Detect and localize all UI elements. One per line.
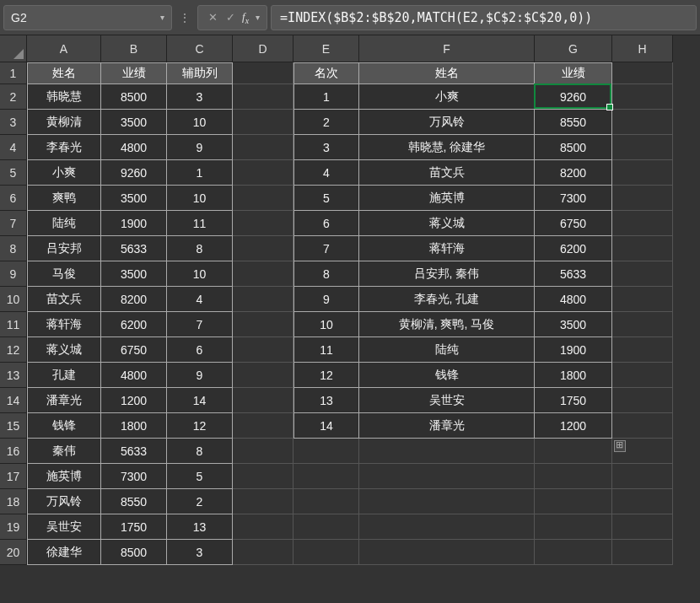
col-header-E[interactable]: E bbox=[293, 35, 359, 62]
cell-H8[interactable] bbox=[612, 236, 673, 261]
row-header-9[interactable]: 9 bbox=[0, 261, 27, 287]
cell-G15[interactable]: 1200 bbox=[535, 413, 612, 439]
cell-H4[interactable] bbox=[612, 135, 673, 160]
cell-C1[interactable]: 辅助列 bbox=[167, 62, 233, 84]
cell-H5[interactable] bbox=[612, 160, 673, 186]
cell-F16[interactable] bbox=[359, 439, 535, 464]
cell-G3[interactable]: 8550 bbox=[535, 110, 612, 135]
cell-B12[interactable]: 6750 bbox=[101, 337, 167, 363]
cell-B6[interactable]: 3500 bbox=[101, 186, 167, 211]
cell-E14[interactable]: 13 bbox=[293, 388, 359, 413]
cell-G14[interactable]: 1750 bbox=[535, 388, 612, 413]
cell-E6[interactable]: 5 bbox=[293, 186, 359, 211]
cell-H17[interactable] bbox=[612, 464, 673, 489]
cell-G18[interactable] bbox=[535, 489, 612, 514]
cell-E20[interactable] bbox=[293, 540, 359, 565]
col-header-A[interactable]: A bbox=[27, 35, 101, 62]
cell-D11[interactable] bbox=[233, 312, 293, 337]
row-header-18[interactable]: 18 bbox=[0, 489, 27, 514]
cell-D20[interactable] bbox=[233, 540, 293, 565]
cell-B19[interactable]: 1750 bbox=[101, 514, 167, 540]
cell-B3[interactable]: 3500 bbox=[101, 110, 167, 135]
autofill-options-icon[interactable] bbox=[614, 440, 626, 452]
cell-F9[interactable]: 吕安邦, 秦伟 bbox=[359, 261, 535, 287]
cell-A3[interactable]: 黄柳清 bbox=[27, 110, 101, 135]
cell-D12[interactable] bbox=[233, 337, 293, 363]
cell-E11[interactable]: 10 bbox=[293, 312, 359, 337]
cell-G4[interactable]: 8500 bbox=[535, 135, 612, 160]
cell-A15[interactable]: 钱锋 bbox=[27, 413, 101, 439]
chevron-down-icon[interactable]: ▾ bbox=[160, 13, 164, 22]
cell-A18[interactable]: 万风铃 bbox=[27, 489, 101, 514]
row-header-2[interactable]: 2 bbox=[0, 84, 27, 110]
cell-A9[interactable]: 马俊 bbox=[27, 261, 101, 287]
cell-F20[interactable] bbox=[359, 540, 535, 565]
cell-F10[interactable]: 李春光, 孔建 bbox=[359, 287, 535, 312]
cell-D3[interactable] bbox=[233, 110, 293, 135]
row-header-10[interactable]: 10 bbox=[0, 287, 27, 312]
cell-E17[interactable] bbox=[293, 464, 359, 489]
cell-A2[interactable]: 韩晓慧 bbox=[27, 84, 101, 110]
cell-D9[interactable] bbox=[233, 261, 293, 287]
cell-D1[interactable] bbox=[233, 62, 293, 84]
select-all-triangle[interactable] bbox=[0, 35, 27, 62]
cell-E5[interactable]: 4 bbox=[293, 160, 359, 186]
cell-B9[interactable]: 3500 bbox=[101, 261, 167, 287]
cell-B10[interactable]: 8200 bbox=[101, 287, 167, 312]
cell-C20[interactable]: 3 bbox=[167, 540, 233, 565]
row-header-11[interactable]: 11 bbox=[0, 312, 27, 337]
cell-E3[interactable]: 2 bbox=[293, 110, 359, 135]
cell-H3[interactable] bbox=[612, 110, 673, 135]
cell-G11[interactable]: 3500 bbox=[535, 312, 612, 337]
cell-C17[interactable]: 5 bbox=[167, 464, 233, 489]
cell-A10[interactable]: 苗文兵 bbox=[27, 287, 101, 312]
row-header-12[interactable]: 12 bbox=[0, 337, 27, 363]
cell-F8[interactable]: 蒋轩海 bbox=[359, 236, 535, 261]
cell-G9[interactable]: 5633 bbox=[535, 261, 612, 287]
cell-C3[interactable]: 10 bbox=[167, 110, 233, 135]
cell-F4[interactable]: 韩晓慧, 徐建华 bbox=[359, 135, 535, 160]
cell-H13[interactable] bbox=[612, 363, 673, 388]
cell-F13[interactable]: 钱锋 bbox=[359, 363, 535, 388]
cell-F1[interactable]: 姓名 bbox=[359, 62, 535, 84]
row-header-15[interactable]: 15 bbox=[0, 413, 27, 439]
row-header-1[interactable]: 1 bbox=[0, 62, 27, 84]
cell-G6[interactable]: 7300 bbox=[535, 186, 612, 211]
cell-C9[interactable]: 10 bbox=[167, 261, 233, 287]
cell-D14[interactable] bbox=[233, 388, 293, 413]
cell-C13[interactable]: 9 bbox=[167, 363, 233, 388]
cell-C8[interactable]: 8 bbox=[167, 236, 233, 261]
cell-A20[interactable]: 徐建华 bbox=[27, 540, 101, 565]
col-header-F[interactable]: F bbox=[359, 35, 535, 62]
cell-H1[interactable] bbox=[612, 62, 673, 84]
cell-C6[interactable]: 10 bbox=[167, 186, 233, 211]
col-header-D[interactable]: D bbox=[233, 35, 293, 62]
cell-B1[interactable]: 业绩 bbox=[101, 62, 167, 84]
cell-B14[interactable]: 1200 bbox=[101, 388, 167, 413]
row-header-20[interactable]: 20 bbox=[0, 540, 27, 565]
cell-D4[interactable] bbox=[233, 135, 293, 160]
row-header-6[interactable]: 6 bbox=[0, 186, 27, 211]
cell-C7[interactable]: 11 bbox=[167, 211, 233, 236]
cell-B7[interactable]: 1900 bbox=[101, 211, 167, 236]
cell-F19[interactable] bbox=[359, 514, 535, 540]
cell-F11[interactable]: 黄柳清, 爽鸭, 马俊 bbox=[359, 312, 535, 337]
col-header-C[interactable]: C bbox=[167, 35, 233, 62]
cell-A11[interactable]: 蒋轩海 bbox=[27, 312, 101, 337]
cell-G5[interactable]: 8200 bbox=[535, 160, 612, 186]
cell-F17[interactable] bbox=[359, 464, 535, 489]
cell-B2[interactable]: 8500 bbox=[101, 84, 167, 110]
cell-A14[interactable]: 潘章光 bbox=[27, 388, 101, 413]
row-header-19[interactable]: 19 bbox=[0, 514, 27, 540]
cell-H15[interactable] bbox=[612, 413, 673, 439]
cell-F15[interactable]: 潘章光 bbox=[359, 413, 535, 439]
cell-F12[interactable]: 陆纯 bbox=[359, 337, 535, 363]
cell-A8[interactable]: 吕安邦 bbox=[27, 236, 101, 261]
cell-F3[interactable]: 万风铃 bbox=[359, 110, 535, 135]
cell-B20[interactable]: 8500 bbox=[101, 540, 167, 565]
cell-E15[interactable]: 14 bbox=[293, 413, 359, 439]
cell-F6[interactable]: 施英博 bbox=[359, 186, 535, 211]
cell-F14[interactable]: 吴世安 bbox=[359, 388, 535, 413]
cell-G7[interactable]: 6750 bbox=[535, 211, 612, 236]
cell-E8[interactable]: 7 bbox=[293, 236, 359, 261]
